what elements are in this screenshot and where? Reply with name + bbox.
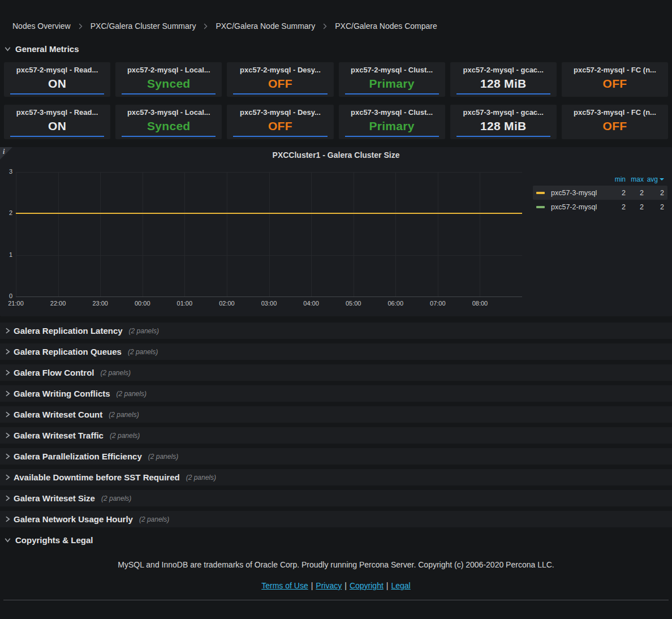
- stat-panel-value: Primary: [339, 119, 445, 133]
- gridline-v: [311, 172, 312, 296]
- breadcrumb-item-nodes-compare[interactable]: PXC/Galera Nodes Compare: [335, 22, 437, 31]
- stat-panel[interactable]: pxc57-2-mysql - Desy... OFF: [227, 62, 333, 97]
- section-row-panel-count: (2 panels): [139, 515, 169, 523]
- section-row-galera-flow-control[interactable]: Galera Flow Control (2 panels): [0, 364, 672, 381]
- stat-panel-value: OFF: [562, 119, 668, 133]
- legend-row[interactable]: pxc57-2-mysql 2 2 2: [533, 200, 667, 214]
- legend-col-max[interactable]: max: [626, 175, 644, 183]
- stat-panel[interactable]: pxc57-3-mysql - Read... ON: [4, 105, 110, 139]
- stat-panel-title: pxc57-2-mysql - FC (n...: [562, 62, 668, 74]
- x-axis-tick-label: 03:00: [261, 300, 277, 307]
- section-title: Copyrights & Legal: [15, 535, 93, 545]
- y-axis-tick-label: 2: [1, 209, 12, 216]
- dashboard-page: Nodes Overview PXC/Galera Cluster Summar…: [0, 0, 672, 619]
- stat-panel-title: pxc57-2-mysql - Clust...: [339, 62, 445, 74]
- section-row-galera-replication-latency[interactable]: Galera Replication Latency (2 panels): [0, 323, 672, 339]
- section-row-title: Galera Writeset Count: [14, 410, 102, 419]
- dashboard-divider: [3, 600, 669, 600]
- stat-panel-value: Synced: [115, 77, 222, 91]
- breadcrumb-item-cluster-summary[interactable]: PXC/Galera Cluster Summary: [91, 22, 196, 31]
- legend-col-avg[interactable]: avg: [644, 175, 664, 183]
- stat-panel[interactable]: pxc57-2-mysql - Clust... Primary: [339, 62, 445, 97]
- section-header-copyrights-legal[interactable]: Copyrights & Legal: [5, 535, 672, 545]
- stat-panel-value: Primary: [339, 77, 445, 91]
- stat-sparkline: [122, 136, 216, 137]
- section-header-general-metrics[interactable]: General Metrics: [5, 44, 672, 54]
- legend-value-avg: 2: [644, 203, 664, 211]
- y-axis-tick-label: 1: [1, 251, 12, 258]
- stat-panel-value: ON: [4, 77, 110, 91]
- chevron-right-icon: [5, 453, 14, 459]
- stat-sparkline: [122, 93, 216, 94]
- section-row-galera-writeset-traffic[interactable]: Galera Writeset Traffic (2 panels): [0, 427, 672, 444]
- gridline-v: [227, 172, 227, 296]
- legend-value-min: 2: [606, 203, 626, 211]
- stat-panel[interactable]: pxc57-3-mysql - gcac... 128 MiB: [450, 105, 557, 139]
- link-copyright[interactable]: Copyright: [350, 581, 384, 590]
- section-row-title: Galera Replication Queues: [14, 347, 122, 356]
- section-row-galera-writeset-size[interactable]: Galera Writeset Size (2 panels): [0, 490, 672, 506]
- section-row-galera-writeset-count[interactable]: Galera Writeset Count (2 panels): [0, 406, 672, 423]
- stat-panel-title: pxc57-2-mysql - Read...: [4, 62, 110, 74]
- x-axis-tick-label: 08:00: [472, 300, 488, 307]
- legend-value-max: 2: [626, 189, 644, 197]
- x-axis-tick-label: 07:00: [430, 300, 446, 307]
- gridline-v: [100, 172, 101, 296]
- chevron-right-icon: [5, 390, 14, 397]
- series-name[interactable]: pxc57-2-mysql: [551, 203, 606, 211]
- chart-panel: i PXCCluster1 - Galera Cluster Size 0123…: [0, 147, 672, 316]
- section-row-galera-network-usage-hourly[interactable]: Galera Network Usage Hourly (2 panels): [0, 511, 672, 527]
- stat-panel[interactable]: pxc57-3-mysql - Local... Synced: [115, 105, 222, 139]
- x-axis-tick-label: 06:00: [387, 300, 403, 307]
- gridline-v: [269, 172, 270, 296]
- section-row-galera-replication-queues[interactable]: Galera Replication Queues (2 panels): [0, 343, 672, 360]
- breadcrumb-item-nodes-overview[interactable]: Nodes Overview: [12, 22, 71, 31]
- x-axis-tick-label: 21:00: [8, 300, 24, 307]
- series-color-dash: [536, 192, 545, 194]
- stat-panel[interactable]: pxc57-3-mysql - Clust... Primary: [339, 105, 445, 139]
- stat-panel[interactable]: pxc57-2-mysql - FC (n... OFF: [562, 62, 668, 97]
- plot-area: 012321:0022:0023:0000:0001:0002:0003:000…: [16, 172, 522, 296]
- stat-sparkline: [345, 93, 439, 94]
- section-row-galera-parallelization-efficiency[interactable]: Galera Parallelization Efficiency (2 pan…: [0, 448, 672, 465]
- legend-value-min: 2: [606, 189, 626, 197]
- section-row-panel-count: (2 panels): [186, 474, 216, 482]
- chevron-right-icon: [5, 516, 14, 522]
- stat-panel-title: pxc57-2-mysql - Desy...: [227, 62, 333, 74]
- stat-sparkline: [10, 136, 104, 137]
- stat-row: pxc57-2-mysql - Read... ON pxc57-2-mysql…: [4, 62, 668, 97]
- section-row-available-downtime-before-sst[interactable]: Available Downtime before SST Required (…: [0, 469, 672, 485]
- gridline-v: [438, 172, 438, 296]
- sort-desc-icon: [660, 178, 664, 180]
- legend-value-max: 2: [626, 203, 644, 211]
- stat-panel-value: OFF: [227, 119, 333, 133]
- stat-panel[interactable]: pxc57-2-mysql - gcac... 128 MiB: [450, 62, 557, 97]
- section-row-panel-count: (2 panels): [129, 327, 159, 335]
- y-axis-tick-label: 3: [1, 168, 12, 175]
- section-row-panel-count: (2 panels): [101, 369, 131, 377]
- stat-panel[interactable]: pxc57-2-mysql - Read... ON: [4, 62, 110, 97]
- section-row-galera-writing-conflicts[interactable]: Galera Writing Conflicts (2 panels): [0, 385, 672, 402]
- stat-panel[interactable]: pxc57-3-mysql - FC (n... OFF: [562, 105, 668, 139]
- panel-info-icon[interactable]: [0, 147, 12, 160]
- legend-row[interactable]: pxc57-3-mysql 2 2 2: [533, 186, 667, 200]
- link-legal[interactable]: Legal: [391, 581, 410, 590]
- breadcrumb-item-node-summary[interactable]: PXC/Galera Node Summary: [216, 22, 315, 31]
- legend-col-min[interactable]: min: [606, 175, 626, 183]
- stat-panel[interactable]: pxc57-3-mysql - Desy... OFF: [227, 105, 333, 139]
- link-privacy[interactable]: Privacy: [316, 581, 342, 590]
- chart-title[interactable]: PXCCluster1 - Galera Cluster Size: [0, 147, 672, 160]
- stat-panel-title: pxc57-2-mysql - Local...: [115, 62, 222, 74]
- stat-panel[interactable]: pxc57-2-mysql - Local... Synced: [115, 62, 222, 97]
- x-axis-tick-label: 02:00: [219, 300, 235, 307]
- section-row-title: Galera Flow Control: [14, 368, 94, 377]
- link-terms-of-use[interactable]: Terms of Use: [261, 581, 308, 590]
- y-axis-tick-label: 0: [1, 293, 12, 299]
- series-name[interactable]: pxc57-3-mysql: [551, 189, 606, 197]
- legal-text: MySQL and InnoDB are trademarks of Oracl…: [0, 560, 672, 569]
- info-icon[interactable]: i: [3, 148, 5, 156]
- section-row-title: Galera Parallelization Efficiency: [14, 452, 142, 461]
- chevron-right-icon: [5, 432, 14, 439]
- chevron-right-icon: [5, 349, 14, 355]
- x-axis-tick-label: 04:00: [303, 300, 319, 307]
